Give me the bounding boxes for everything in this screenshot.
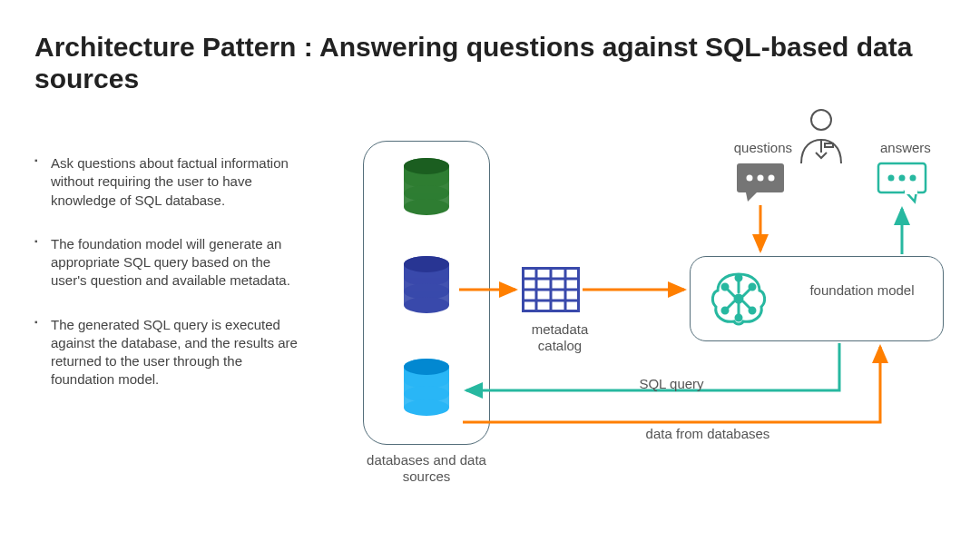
arrow-overlay bbox=[336, 109, 971, 545]
bullet-item: Ask questions about factual information … bbox=[34, 154, 307, 210]
bullet-list: Ask questions about factual information … bbox=[34, 154, 307, 415]
bullet-item: The foundation model will generate an ap… bbox=[34, 235, 307, 291]
architecture-diagram: databases and data sources metadata cata… bbox=[336, 109, 971, 545]
data-from-db-label: data from databases bbox=[594, 426, 821, 442]
slide-title: Architecture Pattern : Answering questio… bbox=[34, 31, 951, 95]
slide: Architecture Pattern : Answering questio… bbox=[0, 0, 980, 552]
bullet-item: The generated SQL query is executed agai… bbox=[34, 316, 307, 389]
sql-query-label: SQL query bbox=[608, 376, 735, 392]
